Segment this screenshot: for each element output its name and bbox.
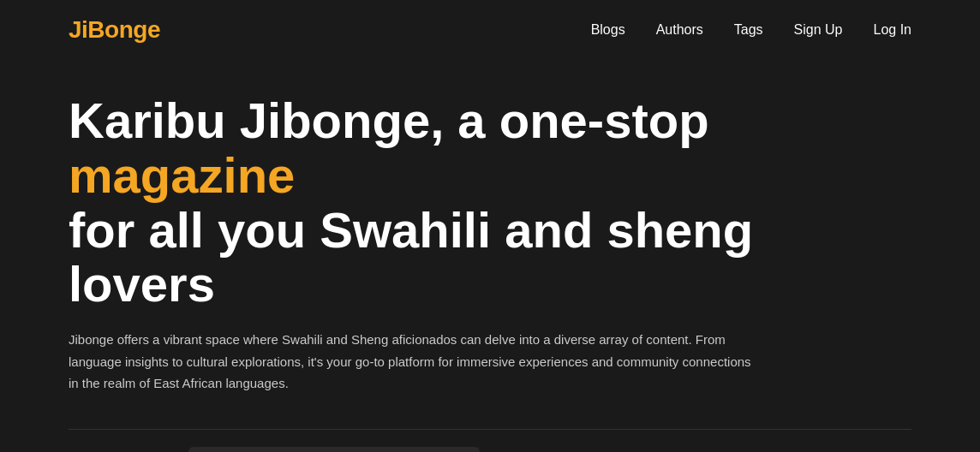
article-title[interactable]: Muziki Katika Kenya: Utamaduni na Maende… [514, 447, 911, 452]
logo-text-main: Ji [69, 16, 87, 43]
article-image [188, 447, 480, 452]
nav-blogs[interactable]: Blogs [591, 22, 625, 38]
headline-line1: Karibu Jibonge, a one-stop [69, 92, 709, 148]
article-content: Muziki Katika Kenya: Utamaduni na Maende… [514, 447, 911, 452]
hero-headline: Karibu Jibonge, a one-stop magazine for … [69, 93, 911, 312]
main-nav: Blogs Authors Tags Sign Up Log In [591, 22, 911, 38]
nav-signup[interactable]: Sign Up [794, 22, 843, 38]
headline-accent: magazine [69, 148, 911, 203]
site-logo[interactable]: JiBonge [69, 16, 160, 44]
hero-section: Karibu Jibonge, a one-stop magazine for … [69, 59, 911, 412]
nav-authors[interactable]: Authors [656, 22, 703, 38]
site-header: JiBonge Blogs Authors Tags Sign Up Log I… [0, 0, 980, 59]
article-date: 2024-07-02 [69, 447, 154, 452]
logo-text-accent: Bonge [87, 16, 160, 43]
nav-tags[interactable]: Tags [734, 22, 763, 38]
article-section: 2024-07-02 Muziki Katika Kenya: Utamadun… [69, 430, 911, 452]
main-content: Karibu Jibonge, a one-stop magazine for … [0, 59, 980, 452]
nav-login[interactable]: Log In [874, 22, 911, 38]
headline-line2: for all you Swahili and sheng lovers [69, 202, 753, 312]
hero-description: Jibonge offers a vibrant space where Swa… [69, 329, 754, 395]
